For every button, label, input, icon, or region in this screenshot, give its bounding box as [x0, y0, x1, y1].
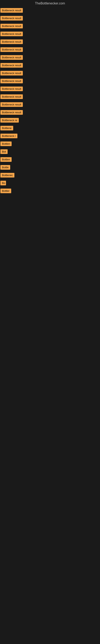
bottleneck-item: Bottleneck result — [0, 22, 100, 30]
bottleneck-item: Bottleneck result — [0, 70, 100, 78]
bottleneck-item: Bottleneck re — [0, 117, 100, 124]
bottleneck-label[interactable]: Bottleneck result — [0, 63, 23, 68]
bottleneck-item: Bottlenec — [0, 172, 100, 180]
bottleneck-label[interactable]: Bottle — [0, 165, 10, 170]
bottleneck-item: Bottlene — [0, 124, 100, 132]
bottleneck-item: Bottleneck result — [0, 78, 100, 85]
bottleneck-item: Bo — [0, 180, 100, 187]
site-title: TheBottlenecker.com — [0, 0, 100, 7]
bottleneck-label[interactable]: Bottleneck result — [0, 47, 23, 52]
bottleneck-item: Bottleneck result — [0, 46, 100, 54]
bottleneck-label[interactable]: Bottleneck result — [0, 24, 23, 28]
bottleneck-item: Bottleneck result — [0, 38, 100, 46]
bottleneck-label[interactable]: Bottleneck result — [0, 32, 23, 36]
bottleneck-label[interactable]: Bottleneck result — [0, 94, 23, 99]
bottleneck-label[interactable]: Bottleneck result — [0, 102, 23, 107]
bottleneck-label[interactable]: Bottleneck result — [0, 86, 23, 91]
bottleneck-item: Bottleneck result — [0, 15, 100, 22]
bottleneck-label[interactable]: Bo — [0, 181, 6, 185]
bottleneck-item: Bottlen — [0, 156, 100, 164]
bottleneck-label[interactable]: Bottlenec — [0, 173, 14, 178]
bottleneck-item: Bottleneck result — [0, 93, 100, 101]
bottleneck-label[interactable]: Bottlene — [0, 126, 13, 130]
bottleneck-label[interactable]: Bottlen — [0, 142, 12, 146]
bottleneck-label[interactable]: Bottleneck result — [0, 55, 23, 60]
bottleneck-label[interactable]: Bottlen — [0, 157, 12, 162]
bottleneck-item: Bottleneck result — [0, 7, 100, 15]
bottleneck-item: Bottleneck r — [0, 132, 100, 140]
bottleneck-item: Bottle — [0, 164, 100, 172]
bottleneck-label[interactable]: Bottleneck result — [0, 16, 23, 20]
bottleneck-item: Bottleneck result — [0, 62, 100, 70]
bottleneck-item: Bottleneck result — [0, 54, 100, 62]
bottleneck-label[interactable]: Bottler — [0, 188, 11, 193]
bottleneck-label[interactable]: Bottleneck result — [0, 110, 23, 115]
bottleneck-label[interactable]: Bottleneck result — [0, 8, 23, 13]
bottleneck-label[interactable]: Bottleneck result — [0, 71, 23, 76]
bottleneck-item: Bottleneck result — [0, 30, 100, 38]
bottleneck-item: Bottleneck result — [0, 109, 100, 117]
bottleneck-item: Bottlen — [0, 140, 100, 148]
bottleneck-item: Bot — [0, 148, 100, 156]
bottleneck-label[interactable]: Bot — [0, 149, 8, 154]
bottleneck-label[interactable]: Bottleneck r — [0, 134, 17, 138]
bottleneck-item: Bottler — [0, 187, 100, 195]
bottleneck-label[interactable]: Bottleneck result — [0, 79, 23, 83]
bottleneck-item: Bottleneck result — [0, 85, 100, 93]
bottleneck-item: Bottleneck result — [0, 101, 100, 109]
bottleneck-label[interactable]: Bottleneck re — [0, 118, 19, 122]
bottleneck-label[interactable]: Bottleneck result — [0, 40, 23, 44]
